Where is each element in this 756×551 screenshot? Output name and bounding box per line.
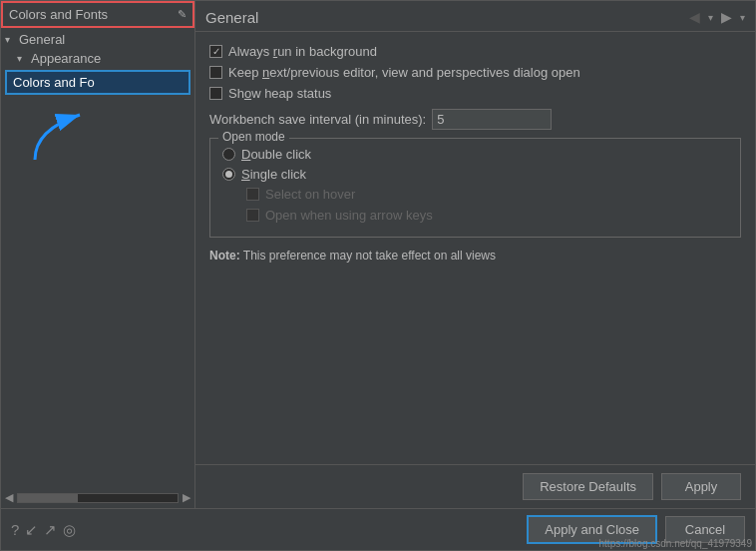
label-select-hover: Select on hover	[265, 187, 355, 202]
appearance-label: Appearance	[31, 51, 101, 66]
dialog-body: Colors and Fonts ✎ ▾ General ▾ Appearanc…	[1, 1, 755, 508]
workbench-input[interactable]	[432, 109, 552, 130]
main-header: General ◀ ▾ ▶ ▾	[195, 1, 755, 32]
scroll-left-btn[interactable]: ◀	[5, 491, 13, 504]
checkbox-open-arrow[interactable]	[246, 209, 259, 222]
apply-and-close-button[interactable]: Apply and Close	[527, 515, 657, 544]
sidebar-scrollbar[interactable]: ◀ ▶	[5, 491, 190, 504]
option-open-arrow: Open when using arrow keys	[246, 208, 728, 223]
radio-double-click: Double click	[222, 147, 728, 162]
label-always-run: Always run in background	[228, 44, 377, 59]
import-icon[interactable]: ↙	[25, 521, 38, 539]
checkbox-show-heap[interactable]	[209, 87, 222, 100]
option-show-heap: Show heap status	[209, 86, 741, 101]
general-label: General	[19, 32, 65, 47]
sidebar-item-colors-fonts[interactable]: Colors and Fo	[5, 70, 190, 95]
nav-buttons: ◀ ▾ ▶ ▾	[685, 7, 745, 27]
open-mode-group: Open mode Double click Single click	[209, 138, 741, 238]
settings-icon[interactable]: ◎	[63, 521, 76, 539]
sidebar-tree: ▾ General ▾ Appearance Colors and Fo	[1, 28, 194, 487]
note-row: Note: This preference may not take effec…	[209, 248, 741, 265]
export-icon[interactable]: ↗	[44, 521, 57, 539]
sidebar-header-label: Colors and Fonts	[9, 7, 108, 22]
label-double-click: Double click	[241, 147, 311, 162]
workbench-row: Workbench save interval (in minutes):	[209, 109, 741, 130]
footer-left: ? ↙ ↗ ◎	[11, 521, 76, 539]
option-always-run: Always run in background	[209, 44, 741, 59]
apply-button[interactable]: Apply	[661, 473, 741, 500]
single-click-suboptions: Select on hover Open when using arrow ke…	[222, 187, 728, 223]
sidebar-header-edit-icon: ✎	[178, 8, 187, 21]
workbench-label: Workbench save interval (in minutes):	[209, 112, 426, 127]
note-text: This preference may not take effect on a…	[243, 249, 496, 263]
main-panel: Always run in background Keep next/previ…	[195, 32, 755, 464]
scrollbar-thumb[interactable]	[18, 494, 78, 502]
label-open-arrow: Open when using arrow keys	[265, 208, 433, 223]
radio-double-click-input[interactable]	[222, 148, 235, 161]
checkbox-select-hover[interactable]	[246, 188, 259, 201]
nav-forward-btn[interactable]: ▶	[717, 7, 736, 27]
checkbox-keep-editor[interactable]	[209, 66, 222, 79]
sidebar-header: Colors and Fonts ✎	[1, 1, 194, 28]
nav-back-dropdown[interactable]: ▾	[708, 12, 713, 23]
scroll-right-btn[interactable]: ▶	[183, 491, 190, 504]
open-mode-legend: Open mode	[218, 130, 289, 144]
note-label: Note:	[209, 249, 240, 263]
restore-defaults-button[interactable]: Restore Defaults	[523, 473, 653, 500]
option-select-hover: Select on hover	[246, 187, 728, 202]
radio-single-click-input[interactable]	[222, 168, 235, 181]
main-title: General	[205, 9, 258, 26]
nav-back-btn[interactable]: ◀	[685, 7, 704, 27]
cancel-button[interactable]: Cancel	[665, 516, 745, 543]
label-single-click: Single click	[241, 167, 306, 182]
sidebar-scroll-area: ◀ ▶	[1, 487, 194, 508]
label-keep-editor: Keep next/previous editor, view and pers…	[228, 65, 580, 80]
label-show-heap: Show heap status	[228, 86, 331, 101]
sidebar-item-appearance[interactable]: ▾ Appearance	[1, 49, 194, 68]
main-actions: Restore Defaults Apply	[195, 464, 755, 508]
nav-forward-dropdown[interactable]: ▾	[740, 12, 745, 23]
arrow-appearance: ▾	[17, 53, 29, 64]
help-icon[interactable]: ?	[11, 521, 19, 538]
checkbox-always-run[interactable]	[209, 45, 222, 58]
footer-right: Apply and Close Cancel	[527, 515, 745, 544]
colors-fonts-label: Colors and Fo	[13, 75, 95, 90]
radio-single-click: Single click	[222, 167, 728, 182]
preferences-dialog: Colors and Fonts ✎ ▾ General ▾ Appearanc…	[0, 0, 756, 551]
scrollbar-track[interactable]	[17, 493, 179, 503]
arrow-general: ▾	[5, 34, 17, 45]
dialog-footer: ? ↙ ↗ ◎ Apply and Close Cancel	[1, 508, 755, 550]
option-keep-editor: Keep next/previous editor, view and pers…	[209, 65, 741, 80]
sidebar: Colors and Fonts ✎ ▾ General ▾ Appearanc…	[1, 1, 195, 508]
sidebar-item-general[interactable]: ▾ General	[1, 30, 194, 49]
main-content: General ◀ ▾ ▶ ▾ Always run in background	[195, 1, 755, 508]
